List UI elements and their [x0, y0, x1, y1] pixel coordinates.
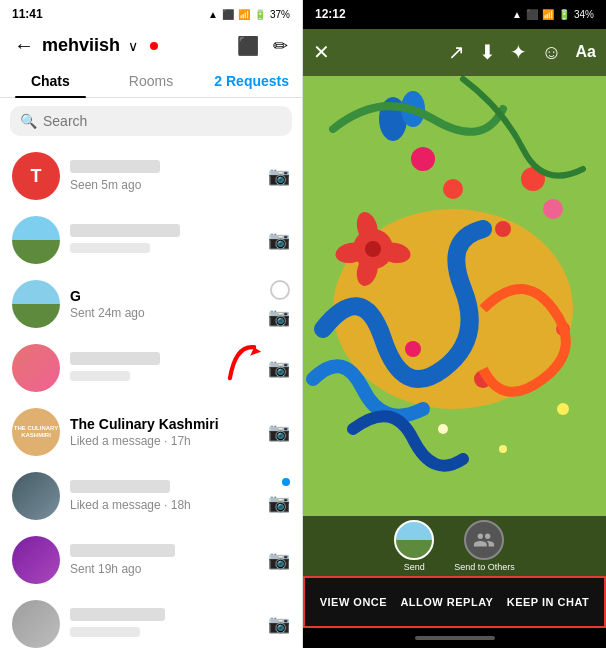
- chat-sub: Liked a message · 18h: [70, 498, 258, 512]
- chat-sub: [70, 370, 258, 384]
- chat-info: [70, 608, 258, 640]
- camera-icon[interactable]: 📷: [268, 306, 290, 328]
- sparkle-icon[interactable]: ✦: [510, 40, 527, 64]
- chat-item[interactable]: G Sent 24m ago 📷: [0, 272, 302, 336]
- video-call-icon[interactable]: ⬛: [237, 35, 259, 57]
- home-indicator: [303, 628, 606, 648]
- camera-icon[interactable]: 📷: [268, 229, 290, 251]
- view-once-option[interactable]: VIEW ONCE: [320, 596, 387, 608]
- chat-right: 📷: [268, 613, 290, 635]
- chat-item[interactable]: Liked a message · 18h 📷: [0, 464, 302, 528]
- chat-info: Sent 19h ago: [70, 544, 258, 576]
- status-icons-left: ▲ ⬛ 📶 🔋 37%: [208, 9, 290, 20]
- chat-item[interactable]: 📷: [0, 208, 302, 272]
- chat-right: 📷: [268, 165, 290, 187]
- chat-right: 📷: [268, 549, 290, 571]
- keep-in-chat-option[interactable]: KEEP IN CHAT: [507, 596, 590, 608]
- send-label: Send: [404, 562, 425, 572]
- bottom-options: Send Send to Others VIEW ONCE ALLOW REPL…: [303, 516, 606, 648]
- chat-info: Liked a message · 18h: [70, 480, 258, 512]
- chat-name: [70, 480, 258, 496]
- username: mehviish: [42, 35, 120, 56]
- header-right: ⬛ ✏: [237, 35, 288, 57]
- share-icon[interactable]: ↗: [448, 40, 465, 64]
- send-others-icon: [464, 520, 504, 560]
- close-icon[interactable]: ✕: [313, 40, 330, 64]
- chat-name: The Culinary Kashmiri: [70, 416, 258, 432]
- chat-list: T Seen 5m ago 📷: [0, 144, 302, 648]
- tab-requests[interactable]: 2 Requests: [201, 63, 302, 97]
- top-bar: ✕ ↗ ⬇ ✦ ☺ Aa: [303, 28, 606, 76]
- chat-name: [70, 544, 258, 560]
- avatar: [12, 600, 60, 648]
- dropdown-icon[interactable]: ∨: [128, 38, 138, 54]
- svg-point-9: [443, 179, 463, 199]
- chat-right: 📷: [268, 357, 290, 379]
- send-item[interactable]: Send: [394, 520, 434, 572]
- svg-point-21: [557, 403, 569, 415]
- avatar: [12, 216, 60, 264]
- avatar: [12, 280, 60, 328]
- camera-icon[interactable]: 📷: [268, 357, 290, 379]
- chat-info: Seen 5m ago: [70, 160, 258, 192]
- send-row: Send Send to Others: [303, 516, 606, 576]
- chat-name: G: [70, 288, 258, 304]
- send-avatar: [394, 520, 434, 560]
- status-dot: [150, 42, 158, 50]
- allow-replay-option[interactable]: ALLOW REPLAY: [400, 596, 493, 608]
- send-others-label: Send to Others: [454, 562, 515, 572]
- chat-name: [70, 608, 258, 624]
- svg-point-8: [365, 241, 381, 257]
- search-bar[interactable]: 🔍: [10, 106, 292, 136]
- svg-point-20: [499, 445, 507, 453]
- tab-rooms[interactable]: Rooms: [101, 63, 202, 97]
- send-to-others-item[interactable]: Send to Others: [454, 520, 515, 572]
- chat-item[interactable]: Sent 19h ago 📷: [0, 528, 302, 592]
- compose-icon[interactable]: ✏: [273, 35, 288, 57]
- avatar: T: [12, 152, 60, 200]
- text-style-button[interactable]: Aa: [576, 43, 596, 61]
- chat-sub: [70, 626, 258, 640]
- chat-item[interactable]: 📷: [0, 336, 302, 400]
- chat-right: 📷: [268, 229, 290, 251]
- header: ← mehviish ∨ ⬛ ✏: [0, 28, 302, 63]
- chat-item[interactable]: THE CULINARYKASHMIRI The Culinary Kashmi…: [0, 400, 302, 464]
- camera-icon[interactable]: 📷: [268, 165, 290, 187]
- chat-sub: Liked a message · 17h: [70, 434, 258, 448]
- tab-chats[interactable]: Chats: [0, 63, 101, 97]
- search-icon: 🔍: [20, 113, 37, 129]
- chat-name: [70, 224, 258, 240]
- chat-sub: [70, 242, 258, 256]
- tabs: Chats Rooms 2 Requests: [0, 63, 302, 98]
- camera-icon[interactable]: 📷: [268, 421, 290, 443]
- chat-right: 📷: [268, 478, 290, 514]
- top-bar-icons-right: ↗ ⬇ ✦ ☺ Aa: [448, 40, 596, 64]
- camera-icon[interactable]: 📷: [268, 549, 290, 571]
- time-left: 11:41: [12, 7, 43, 21]
- svg-point-10: [495, 221, 511, 237]
- chat-item[interactable]: T Seen 5m ago 📷: [0, 144, 302, 208]
- search-input[interactable]: [43, 113, 282, 129]
- chat-info: The Culinary Kashmiri Liked a message · …: [70, 416, 258, 448]
- back-button[interactable]: ←: [14, 34, 34, 57]
- avatar: [12, 472, 60, 520]
- chat-info: [70, 352, 258, 384]
- chat-info: [70, 224, 258, 256]
- camera-icon[interactable]: 📷: [268, 613, 290, 635]
- chat-sub: Seen 5m ago: [70, 178, 258, 192]
- chat-item[interactable]: 📷: [0, 592, 302, 648]
- replay-options-bar: VIEW ONCE ALLOW REPLAY KEEP IN CHAT: [303, 576, 606, 628]
- chat-right: 📷: [268, 421, 290, 443]
- camera-icon[interactable]: 📷: [268, 492, 290, 514]
- svg-point-15: [543, 199, 563, 219]
- sticker-icon[interactable]: ☺: [541, 41, 561, 64]
- avatar: [12, 344, 60, 392]
- status-bar-left: 11:41 ▲ ⬛ 📶 🔋 37%: [0, 0, 302, 28]
- chat-info: G Sent 24m ago: [70, 288, 258, 320]
- download-icon[interactable]: ⬇: [479, 40, 496, 64]
- left-panel: 11:41 ▲ ⬛ 📶 🔋 37% ← mehviish ∨ ⬛ ✏ Chats…: [0, 0, 303, 648]
- header-left: ← mehviish ∨: [14, 34, 158, 57]
- svg-point-16: [405, 341, 421, 357]
- select-circle[interactable]: [270, 280, 290, 300]
- chat-sub: Sent 19h ago: [70, 562, 258, 576]
